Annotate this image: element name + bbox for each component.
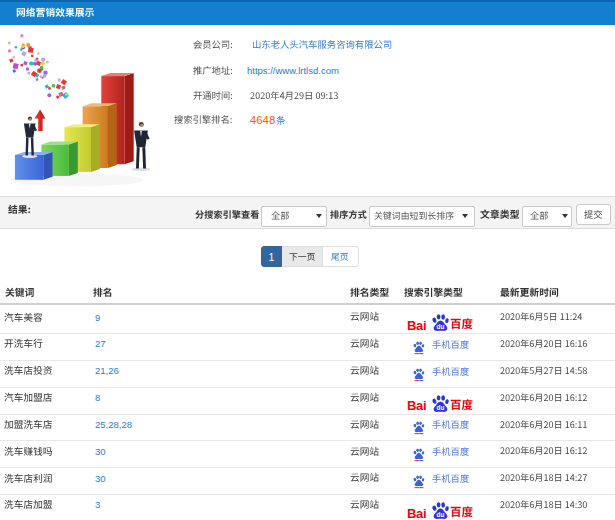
- svg-text:du: du: [436, 323, 444, 330]
- svg-text:du: du: [436, 511, 444, 518]
- svg-text:du: du: [436, 403, 444, 410]
